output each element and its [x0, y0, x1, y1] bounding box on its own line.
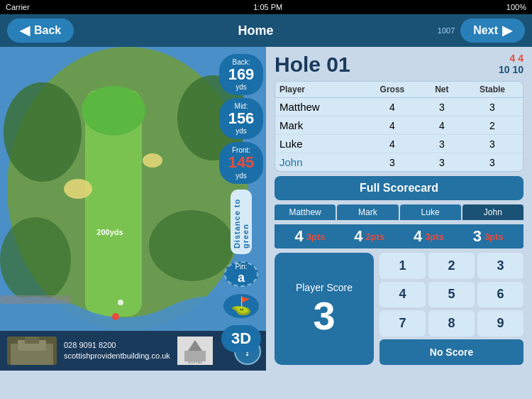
scorecard-button[interactable]: Full Scorecard	[275, 176, 523, 200]
score-cell: 33pts	[458, 227, 518, 246]
score-main: 3	[473, 227, 482, 246]
score-row: 43pts42pts43pts33pts	[275, 224, 523, 248]
blue-scores: 10 10	[499, 64, 523, 75]
flag-button[interactable]: ⛳	[223, 294, 259, 318]
svg-rect-21	[184, 351, 206, 361]
player-stable: 3	[462, 98, 523, 116]
back-button[interactable]: ◀ Back	[7, 18, 74, 43]
numpad-button[interactable]: 4	[379, 282, 426, 308]
score-pts: 2pts	[365, 231, 384, 242]
numpad-row: 789	[379, 310, 523, 337]
main-content: 200yds Back: 169 yds Mid: 156 yds	[0, 47, 532, 371]
player-tab[interactable]: Luke	[400, 204, 461, 220]
pin-letter: a	[238, 270, 245, 285]
svg-point-12	[112, 313, 119, 320]
net-col-header: Net	[422, 82, 462, 98]
svg-point-14	[118, 300, 123, 305]
sponsor-logo: SCOTTISH	[177, 337, 213, 365]
numpad-button[interactable]: 6	[477, 282, 523, 308]
numpad-button[interactable]: 5	[428, 282, 475, 308]
back-value: 169	[222, 66, 260, 83]
svg-rect-10	[0, 295, 71, 304]
svg-point-6	[4, 82, 82, 182]
player-stable: 2	[462, 116, 523, 135]
player-tab[interactable]: Mark	[337, 204, 398, 220]
player-score-value: 3	[313, 296, 335, 336]
right-panel: Hole 01 4 4 10 10 Player Gross Net Stabl…	[266, 47, 532, 371]
next-label: Next	[473, 24, 498, 37]
home-label: Home	[238, 23, 274, 38]
svg-text:SCOTTISH: SCOTTISH	[188, 361, 202, 364]
website: scottishprovidentbuilding.co.uk	[64, 351, 170, 361]
players-table: Player Gross Net Stable Matthew 4 3 3 Ma…	[275, 81, 523, 172]
no-score-button[interactable]: No Score	[379, 339, 523, 366]
red-scores: 4 4	[510, 53, 523, 64]
next-number: 1007	[438, 26, 455, 35]
score-main: 4	[354, 227, 362, 246]
gross-col-header: Gross	[362, 82, 422, 98]
player-name: John	[275, 153, 362, 172]
next-info: 1007	[438, 26, 455, 35]
svg-point-9	[0, 217, 71, 302]
score-pts: 3pts	[484, 231, 504, 242]
distance-sidebar: Back: 169 yds Mid: 156 yds Front: 145 yd…	[216, 47, 266, 352]
svg-rect-18	[25, 337, 39, 344]
phone-number: 028 9091 8200	[64, 340, 170, 351]
numpad-button[interactable]: 3	[477, 253, 523, 279]
svg-point-4	[64, 179, 92, 199]
mid-value: 156	[222, 110, 260, 127]
player-col-header: Player	[275, 82, 362, 98]
player-tab[interactable]: Matthew	[275, 204, 336, 220]
table-row[interactable]: Mark 4 4 2	[275, 116, 523, 135]
numpad-button[interactable]: 8	[428, 310, 475, 337]
player-gross: 4	[362, 98, 422, 116]
player-net: 3	[422, 98, 462, 116]
next-arrow-icon: ▶	[502, 23, 512, 38]
numpad: 123456789No Score	[379, 253, 523, 365]
player-stable: 3	[462, 135, 523, 153]
player-score-box: Player Score 3	[275, 253, 374, 365]
player-net: 3	[422, 153, 462, 172]
player-score-label: Player Score	[296, 282, 353, 293]
status-bar: Carrier 1:05 PM 100%	[0, 0, 532, 14]
numpad-button[interactable]: 9	[477, 310, 523, 337]
mid-unit: yds	[222, 127, 260, 135]
player-name: Mark	[275, 116, 362, 135]
svg-point-5	[143, 153, 162, 168]
numpad-button[interactable]: 2	[428, 253, 475, 279]
score-main: 4	[414, 227, 422, 246]
player-stable: 3	[462, 153, 523, 172]
player-gross: 3	[362, 153, 422, 172]
bottom-area: Player Score 3 123456789No Score	[275, 253, 523, 365]
player-name: Luke	[275, 135, 362, 153]
back-unit: yds	[222, 83, 260, 91]
front-distance-badge: Front: 145 yds	[219, 142, 263, 183]
back-label: Back	[34, 24, 61, 37]
score-pts: 3pts	[425, 231, 444, 242]
hole-scores-top: 4 4 10 10	[499, 53, 523, 75]
table-row[interactable]: John 3 3 3	[275, 153, 523, 172]
player-tabs: MatthewMarkLukeJohn	[275, 204, 523, 220]
numpad-row: 456	[379, 282, 523, 308]
pin-label: Pin:	[235, 263, 247, 270]
3d-button[interactable]: 3D	[221, 325, 261, 352]
player-gross: 4	[362, 135, 422, 153]
numpad-button[interactable]: 1	[379, 253, 426, 279]
stable-col-header: Stable	[462, 82, 523, 98]
player-tab[interactable]: John	[462, 204, 523, 220]
table-row[interactable]: Luke 4 3 3	[275, 135, 523, 153]
time-label: 1:05 PM	[253, 3, 282, 11]
pin-badge: Pin: a	[224, 261, 258, 287]
player-net: 3	[422, 135, 462, 153]
table-row[interactable]: Matthew 4 3 3	[275, 98, 523, 116]
front-unit: yds	[222, 172, 260, 180]
nav-bar: ◀ Back Home 1007 Next ▶	[0, 14, 532, 47]
next-button[interactable]: Next ▶	[460, 18, 525, 43]
score-cell: 43pts	[280, 227, 340, 246]
building-thumbnail	[7, 337, 57, 365]
score-main: 4	[294, 227, 303, 246]
score-pts: 3pts	[306, 231, 326, 242]
carrier-label: Carrier	[6, 3, 30, 11]
numpad-button[interactable]: 7	[379, 310, 426, 337]
player-gross: 4	[362, 116, 422, 135]
